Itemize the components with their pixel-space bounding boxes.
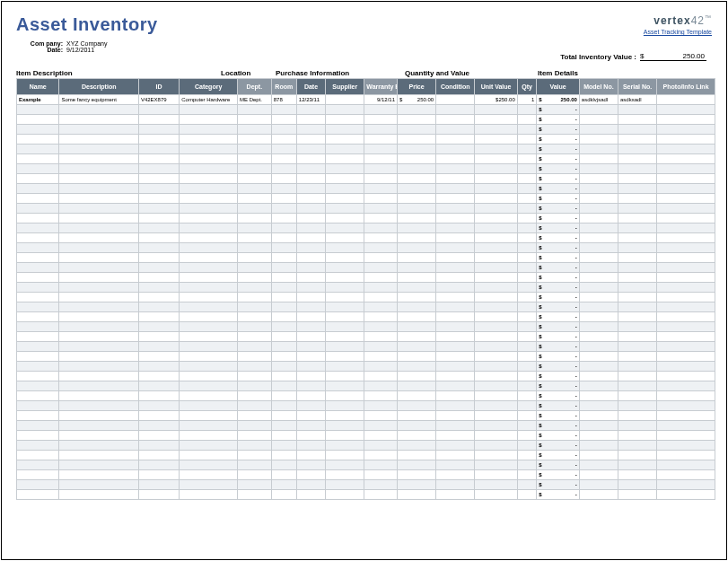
cell[interactable] — [475, 194, 517, 204]
cell[interactable] — [296, 164, 325, 174]
cell[interactable] — [398, 431, 436, 441]
cell-money[interactable]: $- — [537, 233, 579, 243]
cell[interactable] — [579, 243, 618, 253]
cell[interactable] — [475, 470, 517, 480]
cell[interactable] — [657, 332, 715, 342]
cell[interactable] — [17, 184, 59, 194]
cell[interactable] — [398, 145, 436, 154]
cell[interactable] — [618, 174, 656, 184]
cell[interactable] — [180, 273, 238, 283]
cell[interactable] — [237, 460, 271, 470]
cell[interactable] — [271, 253, 296, 263]
cell[interactable] — [657, 273, 715, 283]
cell[interactable] — [579, 273, 618, 283]
cell[interactable] — [138, 204, 179, 214]
cell[interactable] — [517, 490, 537, 500]
cell[interactable]: asdksadl — [618, 95, 656, 105]
cell[interactable] — [237, 293, 271, 302]
cell[interactable] — [618, 253, 656, 263]
cell[interactable] — [59, 214, 138, 224]
cell[interactable] — [59, 164, 138, 174]
cell[interactable] — [17, 470, 59, 480]
cell[interactable] — [17, 431, 59, 441]
cell[interactable] — [618, 401, 656, 411]
cell[interactable] — [326, 332, 364, 342]
cell[interactable] — [237, 411, 271, 421]
cell[interactable] — [326, 372, 364, 381]
cell-money[interactable]: $- — [537, 293, 579, 302]
cell[interactable] — [271, 214, 296, 224]
cell[interactable] — [180, 332, 238, 342]
cell[interactable] — [364, 105, 398, 115]
cell[interactable] — [138, 174, 179, 184]
cell-money[interactable]: $- — [537, 302, 579, 312]
cell[interactable] — [657, 293, 715, 302]
cell[interactable] — [436, 105, 475, 115]
cell[interactable] — [326, 401, 364, 411]
cell[interactable] — [180, 372, 238, 381]
cell[interactable] — [59, 372, 138, 381]
cell[interactable] — [398, 401, 436, 411]
cell[interactable]: 12/23/11 — [296, 95, 325, 105]
cell[interactable] — [237, 263, 271, 273]
cell[interactable] — [436, 460, 475, 470]
cell[interactable] — [180, 243, 238, 253]
cell[interactable] — [364, 233, 398, 243]
cell-money[interactable]: $- — [537, 421, 579, 431]
cell[interactable] — [296, 125, 325, 135]
cell[interactable] — [475, 381, 517, 391]
cell[interactable] — [517, 135, 537, 145]
cell[interactable] — [17, 273, 59, 283]
cell[interactable] — [296, 352, 325, 362]
cell[interactable] — [398, 441, 436, 451]
cell[interactable] — [517, 312, 537, 322]
cell[interactable] — [59, 253, 138, 263]
cell[interactable] — [618, 322, 656, 332]
cell[interactable]: Example — [17, 95, 59, 105]
cell[interactable] — [657, 184, 715, 194]
cell[interactable] — [138, 105, 179, 115]
cell[interactable] — [17, 411, 59, 421]
cell[interactable] — [398, 352, 436, 362]
cell[interactable] — [326, 125, 364, 135]
cell[interactable] — [517, 302, 537, 312]
cell[interactable] — [180, 362, 238, 372]
cell[interactable] — [296, 441, 325, 451]
cell-money[interactable]: $- — [537, 490, 579, 500]
cell[interactable] — [475, 322, 517, 332]
cell[interactable] — [398, 372, 436, 381]
cell[interactable] — [326, 263, 364, 273]
cell[interactable] — [138, 233, 179, 243]
cell[interactable] — [517, 391, 537, 401]
cell-money[interactable]: $- — [537, 411, 579, 421]
cell[interactable] — [180, 204, 238, 214]
cell[interactable] — [398, 214, 436, 224]
cell[interactable] — [436, 184, 475, 194]
cell[interactable] — [475, 174, 517, 184]
cell[interactable] — [138, 401, 179, 411]
cell[interactable] — [618, 233, 656, 243]
cell[interactable] — [138, 490, 179, 500]
cell[interactable] — [364, 293, 398, 302]
cell[interactable] — [138, 135, 179, 145]
cell[interactable] — [59, 451, 138, 460]
cell-money[interactable]: $- — [537, 372, 579, 381]
cell[interactable] — [138, 342, 179, 352]
cell[interactable] — [657, 145, 715, 154]
cell[interactable] — [517, 224, 537, 233]
cell[interactable] — [579, 184, 618, 194]
cell[interactable] — [271, 352, 296, 362]
cell[interactable] — [59, 431, 138, 441]
cell[interactable] — [475, 421, 517, 431]
cell[interactable] — [579, 312, 618, 322]
cell[interactable] — [271, 441, 296, 451]
cell[interactable] — [271, 115, 296, 125]
cell[interactable] — [296, 135, 325, 145]
cell[interactable] — [180, 184, 238, 194]
cell[interactable] — [326, 164, 364, 174]
cell[interactable] — [517, 441, 537, 451]
cell[interactable] — [618, 480, 656, 490]
cell[interactable] — [657, 391, 715, 401]
cell[interactable] — [436, 362, 475, 372]
cell[interactable] — [517, 372, 537, 381]
